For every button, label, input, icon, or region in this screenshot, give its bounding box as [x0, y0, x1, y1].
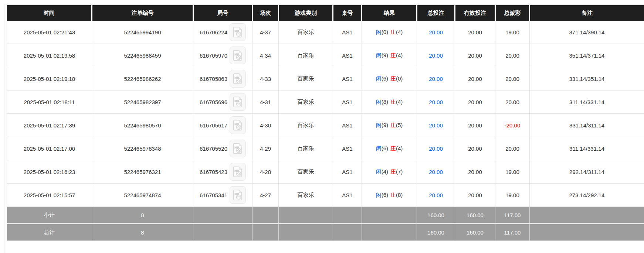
cell-bet-id: 522465994190	[92, 21, 193, 44]
cell-table-no: AS1	[333, 44, 362, 67]
video-replay-button[interactable]	[230, 116, 246, 134]
table-row: 2025-05-01 02:16:23 522465976321 6167054…	[7, 160, 644, 184]
cell-result: 闲(6)庄(8)	[362, 184, 417, 207]
cell-bet-id: 522465986262	[92, 67, 193, 90]
video-replay-button[interactable]	[230, 93, 246, 111]
result-player-label: 闲	[376, 122, 382, 128]
video-file-icon	[233, 120, 243, 131]
round-id-text: 616705617	[200, 122, 227, 129]
cell-remark: 273.14/292.14	[530, 184, 644, 207]
subtotal-label: 小计	[7, 207, 92, 224]
cell-bet-id: 522465980570	[92, 114, 193, 137]
result-banker-label: 庄	[390, 122, 396, 128]
result-banker-label: 庄	[390, 192, 396, 198]
cell-remark: 311.14/331.14	[530, 90, 644, 114]
cell-result: 闲(9)庄(5)	[362, 114, 417, 137]
result-player-score: (9)	[382, 122, 388, 128]
video-replay-button[interactable]	[230, 47, 246, 64]
cell-game-type: 百家乐	[279, 160, 333, 184]
cell-payout: 20.00	[495, 44, 530, 67]
cell-valid-bet: 20.00	[455, 67, 495, 90]
video-replay-button[interactable]	[230, 70, 246, 88]
table-row: 2025-05-01 02:21:43 522465994190 6167062…	[7, 21, 644, 44]
cell-table-no: AS1	[333, 114, 362, 137]
cell-total-bet[interactable]: 20.00	[417, 67, 455, 90]
video-replay-button[interactable]	[230, 163, 246, 181]
header-valid-bet: 有效投注	[455, 5, 495, 21]
cell-valid-bet: 20.00	[455, 44, 495, 67]
total-total-bet: 160.00	[417, 224, 455, 241]
result-player-score: (9)	[382, 52, 388, 58]
cell-table-no: AS1	[333, 184, 362, 207]
result-player-label: 闲	[376, 99, 382, 105]
result-player-score: (8)	[382, 99, 388, 105]
result-banker-score: (4)	[396, 52, 403, 58]
result-banker-label: 庄	[390, 99, 396, 105]
cell-total-bet[interactable]: 20.00	[417, 44, 455, 67]
cell-remark: 292.14/311.14	[530, 160, 644, 184]
cell-round-id: 616706224	[193, 21, 252, 44]
cell-time: 2025-05-01 02:15:57	[7, 184, 92, 207]
video-replay-button[interactable]	[230, 186, 246, 204]
table-row: 2025-05-01 02:15:57 522465974874 6167053…	[7, 184, 644, 207]
result-player-score: (6)	[382, 192, 388, 198]
cell-session: 4-29	[252, 137, 279, 160]
header-payout: 总派彩	[495, 5, 530, 21]
cell-table-no: AS1	[333, 67, 362, 90]
cell-bet-id: 522465982397	[92, 90, 193, 114]
cell-table-no: AS1	[333, 137, 362, 160]
cell-total-bet[interactable]: 20.00	[417, 90, 455, 114]
video-replay-button[interactable]	[230, 23, 246, 41]
bet-history-table: 时间 注单编号 局号 场次 游戏类别 桌号 结果 总投注 有效投注 总派彩 备注…	[7, 5, 644, 241]
cell-game-type: 百家乐	[279, 90, 333, 114]
cell-game-type: 百家乐	[279, 44, 333, 67]
result-banker-score: (0)	[396, 75, 403, 82]
cell-game-type: 百家乐	[279, 137, 333, 160]
round-id-text: 616705970	[200, 52, 227, 59]
cell-table-no: AS1	[333, 21, 362, 44]
cell-payout: 20.00	[495, 137, 530, 160]
cell-payout: 19.00	[495, 21, 530, 44]
result-banker-label: 庄	[390, 145, 396, 151]
cell-round-id: 616705696	[193, 90, 252, 114]
cell-payout: 20.00	[495, 67, 530, 90]
cell-result: 闲(4)庄(7)	[362, 160, 417, 184]
cell-bet-id: 522465976321	[92, 160, 193, 184]
cell-time: 2025-05-01 02:19:58	[7, 44, 92, 67]
cell-game-type: 百家乐	[279, 114, 333, 137]
cell-total-bet[interactable]: 20.00	[417, 160, 455, 184]
cell-round-id: 616705970	[193, 44, 252, 67]
header-row: 时间 注单编号 局号 场次 游戏类别 桌号 结果 总投注 有效投注 总派彩 备注	[7, 5, 644, 21]
result-banker-score: (7)	[396, 168, 403, 175]
table-row: 2025-05-01 02:18:11 522465982397 6167056…	[7, 90, 644, 114]
header-total-bet: 总投注	[417, 5, 455, 21]
subtotal-valid-bet: 160.00	[455, 207, 495, 224]
video-replay-button[interactable]	[230, 140, 246, 157]
cell-total-bet[interactable]: 20.00	[417, 184, 455, 207]
cell-bet-id: 522465978348	[92, 137, 193, 160]
table-body: 2025-05-01 02:21:43 522465994190 6167062…	[7, 21, 644, 207]
cell-valid-bet: 20.00	[455, 137, 495, 160]
header-result: 结果	[362, 5, 417, 21]
cell-valid-bet: 20.00	[455, 184, 495, 207]
video-file-icon	[233, 143, 243, 154]
total-row: 总计 8 160.00 160.00 117.00	[7, 224, 644, 241]
cell-valid-bet: 20.00	[455, 90, 495, 114]
table-header: 时间 注单编号 局号 场次 游戏类别 桌号 结果 总投注 有效投注 总派彩 备注	[7, 5, 644, 21]
cell-total-bet[interactable]: 20.00	[417, 137, 455, 160]
header-remark: 备注	[530, 5, 644, 21]
cell-result: 闲(6)庄(0)	[362, 67, 417, 90]
cell-total-bet[interactable]: 20.00	[417, 21, 455, 44]
video-file-icon	[233, 27, 243, 38]
cell-time: 2025-05-01 02:17:39	[7, 114, 92, 137]
round-id-text: 616705863	[200, 76, 227, 82]
cell-table-no: AS1	[333, 90, 362, 114]
cell-remark: 371.14/390.14	[530, 21, 644, 44]
cell-table-no: AS1	[333, 160, 362, 184]
cell-time: 2025-05-01 02:18:11	[7, 90, 92, 114]
cell-remark: 351.14/371.14	[530, 44, 644, 67]
cell-remark: 331.14/311.14	[530, 114, 644, 137]
cell-round-id: 616705341	[193, 184, 252, 207]
cell-total-bet[interactable]: 20.00	[417, 114, 455, 137]
result-banker-score: (4)	[396, 99, 403, 105]
